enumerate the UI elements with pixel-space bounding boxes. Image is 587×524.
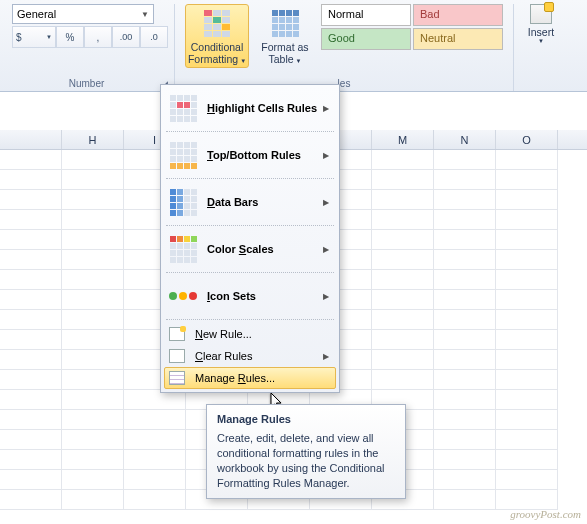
chevron-down-icon: ▼ xyxy=(46,34,52,40)
col-header[interactable]: M xyxy=(372,130,434,149)
manage-rules-icon xyxy=(169,371,185,385)
chevron-down-icon: ▼ xyxy=(296,58,302,64)
menu-manage-rules[interactable]: Manage Rules... xyxy=(164,367,336,389)
tooltip-body: Create, edit, delete, and view all condi… xyxy=(217,431,395,490)
watermark: groovyPost.com xyxy=(510,508,581,520)
increase-decimal-button[interactable]: .00 xyxy=(112,26,140,48)
style-bad[interactable]: Bad xyxy=(413,4,503,26)
group-styles: Conditional Formatting▼ Format as Table▼… xyxy=(179,4,509,91)
submenu-arrow-icon: ▶ xyxy=(323,198,329,207)
style-normal[interactable]: Normal xyxy=(321,4,411,26)
col-header[interactable]: N xyxy=(434,130,496,149)
chevron-down-icon: ▼ xyxy=(240,58,246,64)
menu-color-scales[interactable]: Color Scales ▶ xyxy=(164,229,336,269)
top-bottom-icon xyxy=(170,142,197,169)
col-header[interactable] xyxy=(0,130,62,149)
insert-button[interactable]: Insert ▼ xyxy=(520,4,562,44)
conditional-formatting-icon xyxy=(204,10,230,37)
conditional-formatting-menu: Highlight Cells Rules ▶ Top/Bottom Rules… xyxy=(160,84,340,393)
col-header[interactable]: H xyxy=(62,130,124,149)
insert-cells-icon xyxy=(530,4,552,24)
tooltip-title: Manage Rules xyxy=(217,413,395,425)
data-bars-icon xyxy=(170,189,197,216)
col-header[interactable]: O xyxy=(496,130,558,149)
chevron-down-icon: ▼ xyxy=(538,38,544,44)
clear-rules-icon xyxy=(169,349,185,363)
color-scales-icon xyxy=(170,236,197,263)
menu-top-bottom-rules[interactable]: Top/Bottom Rules ▶ xyxy=(164,135,336,175)
comma-style-button[interactable]: , xyxy=(84,26,112,48)
tooltip-manage-rules: Manage Rules Create, edit, delete, and v… xyxy=(206,404,406,499)
number-format-value: General xyxy=(17,8,56,20)
format-as-table-button[interactable]: Format as Table▼ xyxy=(253,4,317,68)
percent-style-button[interactable]: % xyxy=(56,26,84,48)
submenu-arrow-icon: ▶ xyxy=(323,245,329,254)
style-good[interactable]: Good xyxy=(321,28,411,50)
style-neutral[interactable]: Neutral xyxy=(413,28,503,50)
icon-sets-icon xyxy=(169,292,197,300)
group-number: General ▼ $ ▼ % , .00 .0 Number ◢ xyxy=(6,4,175,91)
group-label-number: Number xyxy=(12,78,161,89)
submenu-arrow-icon: ▶ xyxy=(323,151,329,160)
menu-icon-sets[interactable]: Icon Sets ▶ xyxy=(164,276,336,316)
highlight-cells-icon xyxy=(170,95,197,122)
new-rule-icon xyxy=(169,327,185,341)
menu-data-bars[interactable]: Data Bars ▶ xyxy=(164,182,336,222)
conditional-formatting-button[interactable]: Conditional Formatting▼ xyxy=(185,4,249,68)
submenu-arrow-icon: ▶ xyxy=(323,292,329,301)
group-cells: Insert ▼ xyxy=(513,4,568,91)
submenu-arrow-icon: ▶ xyxy=(323,352,329,361)
number-format-dropdown[interactable]: General ▼ xyxy=(12,4,154,24)
menu-new-rule[interactable]: New Rule... xyxy=(164,323,336,345)
menu-highlight-cells-rules[interactable]: Highlight Cells Rules ▶ xyxy=(164,88,336,128)
menu-clear-rules[interactable]: Clear Rules ▶ xyxy=(164,345,336,367)
submenu-arrow-icon: ▶ xyxy=(323,104,329,113)
cell-styles-gallery[interactable]: Normal Bad Good Neutral xyxy=(321,4,503,50)
chevron-down-icon: ▼ xyxy=(141,10,149,19)
ribbon: General ▼ $ ▼ % , .00 .0 Number ◢ xyxy=(0,0,587,92)
accounting-format-button[interactable]: $ ▼ xyxy=(12,26,56,48)
table-icon xyxy=(272,10,299,37)
decrease-decimal-button[interactable]: .0 xyxy=(140,26,168,48)
